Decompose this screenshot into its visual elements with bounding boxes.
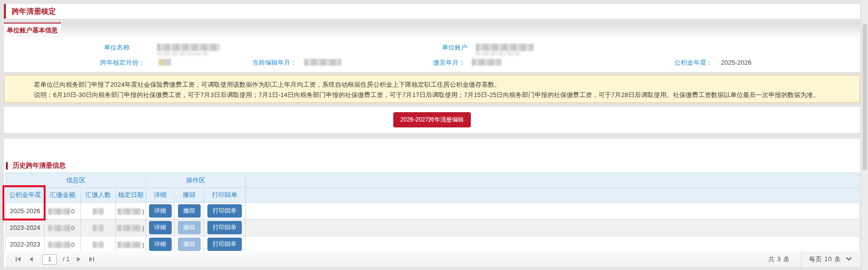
group-header-info: 信息区 bbox=[6, 173, 146, 188]
chevron-down-icon bbox=[846, 255, 851, 261]
group-header-filler bbox=[246, 173, 860, 188]
tab-strip: 单位账户基本信息 bbox=[4, 23, 860, 37]
unit-name-redacted-value bbox=[157, 44, 220, 51]
filler-cell bbox=[246, 220, 860, 236]
amount-cell: 0 bbox=[45, 220, 81, 236]
print-action-cell: 打印回单 bbox=[204, 220, 246, 236]
history-section-title: 历史跨年清册信息 bbox=[13, 161, 66, 170]
redacted-date bbox=[117, 242, 142, 248]
action-bar: 2026-2027跨年清册编辑 bbox=[4, 107, 860, 133]
scrollbar-track[interactable] bbox=[862, 0, 868, 270]
prev-page-icon[interactable] bbox=[29, 256, 33, 262]
history-panel: 历史跨年清册信息 信息区 操作区 公积金年度 汇缴金额 汇缴人数 核定日期 详细 bbox=[4, 139, 860, 267]
col-header-filler bbox=[246, 188, 860, 203]
date-cell: ) bbox=[116, 236, 146, 253]
date-cell: ) bbox=[116, 203, 146, 220]
cross-year-month-redacted-value bbox=[158, 59, 171, 66]
tab-unit-account-info[interactable]: 单位账户基本信息 bbox=[4, 23, 61, 37]
withdraw-action-cell: 撤回 bbox=[175, 203, 204, 220]
paid-to-month-label: 缴至年月： bbox=[401, 58, 465, 67]
pagination-bar: / 1 共 3 条 每页 10 条 bbox=[5, 251, 860, 267]
group-header-row: 信息区 操作区 bbox=[6, 173, 860, 188]
pagination-controls: / 1 bbox=[11, 254, 99, 265]
last-page-icon[interactable] bbox=[89, 256, 94, 262]
unit-name-redacted-value-line2 bbox=[157, 52, 208, 55]
redacted-date bbox=[117, 208, 142, 215]
detail-button[interactable]: 详细 bbox=[149, 221, 172, 234]
amount-suffix: 0 bbox=[71, 208, 75, 215]
unit-name-label: 单位名称 bbox=[33, 43, 129, 52]
print-action-cell: 打印回单 bbox=[204, 236, 246, 253]
date-suffix: ) bbox=[142, 208, 144, 215]
print-receipt-button[interactable]: 打印回单 bbox=[207, 238, 242, 251]
amount-suffix: 0 bbox=[71, 241, 75, 248]
withdraw-button[interactable]: 撤回 bbox=[178, 204, 201, 218]
col-header-amount: 汇缴金额 bbox=[45, 188, 81, 203]
account-form: 单位名称 单位账户 跨年核定月份： 当前编辑年月： 缴至年月： 公积金年度： 2… bbox=[4, 37, 860, 72]
amount-cell: 0 bbox=[45, 236, 81, 253]
fund-year-cell: 2022-2023 bbox=[6, 236, 45, 253]
redacted-headcount bbox=[93, 208, 103, 215]
scrollbar-thumb[interactable] bbox=[863, 24, 867, 171]
page-size-select[interactable]: 每页 10 条 bbox=[801, 251, 860, 267]
col-header-print-receipt: 打印回单 bbox=[204, 188, 246, 203]
table-row: 2023-2024 0 ) 详细 撤回 打印回单 bbox=[6, 220, 860, 236]
amount-cell: 0 bbox=[45, 203, 81, 220]
next-page-icon[interactable] bbox=[77, 256, 80, 262]
history-table: 信息区 操作区 公积金年度 汇缴金额 汇缴人数 核定日期 详细 撤回 打印回单 … bbox=[5, 172, 860, 253]
page: 跨年清册核定 单位账户基本信息 单位名称 单位账户 跨年核定月份： 当前编辑年月… bbox=[0, 0, 868, 270]
print-receipt-button[interactable]: 打印回单 bbox=[207, 221, 242, 234]
section-accent-bar bbox=[6, 162, 8, 170]
headcount-cell bbox=[81, 203, 116, 220]
col-header-approval-date: 核定日期 bbox=[116, 188, 146, 203]
withdraw-action-cell: 撤回 bbox=[175, 220, 204, 236]
current-edit-month-label: 当前编辑年月： bbox=[223, 58, 297, 67]
detail-action-cell: 详细 bbox=[146, 236, 175, 253]
column-header-row: 公积金年度 汇缴金额 汇缴人数 核定日期 详细 撤回 打印回单 bbox=[6, 188, 860, 203]
fund-year-cell: 2023-2024 bbox=[6, 220, 45, 236]
detail-button[interactable]: 详细 bbox=[149, 238, 172, 251]
filler-cell bbox=[246, 236, 860, 253]
notice-line1: 若单位已向税务部门申报了2024年度社会保险费缴费工资，可调取使用该数据作为职工… bbox=[34, 79, 850, 90]
paid-to-month-redacted-value bbox=[472, 59, 501, 66]
withdraw-button: 撤回 bbox=[178, 238, 201, 251]
table-row: 2025-2026 0 ) 详细 撤回 打印回单 bbox=[6, 203, 860, 220]
unit-account-redacted-value bbox=[476, 44, 534, 51]
col-header-fund-year: 公积金年度 bbox=[6, 188, 45, 203]
page-size-label: 每页 10 条 bbox=[809, 255, 841, 264]
history-section-header: 历史跨年清册信息 bbox=[4, 161, 66, 170]
date-suffix: ) bbox=[142, 224, 144, 232]
detail-action-cell: 详细 bbox=[146, 203, 175, 220]
cross-year-month-label: 跨年核定月份： bbox=[71, 58, 145, 67]
headcount-cell bbox=[81, 236, 116, 253]
fund-year-label: 公积金年度： bbox=[639, 58, 713, 67]
notice-line2: 说明：6月10日-30日向税务部门申报的社保缴费工资，可于7月3日后调取使用；7… bbox=[34, 90, 850, 100]
pagination-info: 共 3 条 每页 10 条 bbox=[768, 251, 860, 267]
fund-year-value: 2025-2026 bbox=[721, 58, 751, 67]
notice-box: 若单位已向税务部门申报了2024年度社会保险费缴费工资，可调取使用该数据作为职工… bbox=[4, 75, 860, 103]
col-header-headcount: 汇缴人数 bbox=[81, 188, 116, 203]
redacted-date bbox=[117, 225, 142, 231]
detail-action-cell: 详细 bbox=[146, 220, 175, 236]
date-suffix: ) bbox=[142, 241, 144, 248]
page-number-input[interactable] bbox=[42, 254, 57, 265]
unit-account-redacted-value-line2 bbox=[476, 52, 521, 55]
detail-button[interactable]: 详细 bbox=[149, 204, 172, 218]
print-action-cell: 打印回单 bbox=[204, 203, 246, 220]
page-title: 跨年清册核定 bbox=[6, 7, 56, 16]
account-info-panel: 单位账户基本信息 单位名称 单位账户 跨年核定月份： 当前编辑年月： 缴至年月：… bbox=[4, 23, 860, 72]
total-count-label: 共 3 条 bbox=[768, 255, 790, 264]
date-cell: ) bbox=[116, 220, 146, 236]
withdraw-action-cell: 撤回 bbox=[175, 236, 204, 253]
amount-suffix: 0 bbox=[71, 224, 75, 232]
fund-year-cell: 2025-2026 bbox=[6, 203, 45, 220]
first-page-icon[interactable] bbox=[16, 256, 21, 262]
current-edit-month-redacted-value bbox=[304, 59, 341, 66]
print-receipt-button[interactable]: 打印回单 bbox=[207, 204, 242, 218]
filler-cell bbox=[246, 203, 860, 220]
page-header: 跨年清册核定 bbox=[4, 4, 860, 19]
cross-year-roster-edit-button[interactable]: 2026-2027跨年清册编辑 bbox=[393, 112, 470, 127]
redacted-amount bbox=[48, 208, 71, 215]
table-row: 2022-2023 0 ) 详细 撤回 打印回单 bbox=[6, 236, 860, 253]
col-header-withdraw: 撤回 bbox=[175, 188, 204, 203]
